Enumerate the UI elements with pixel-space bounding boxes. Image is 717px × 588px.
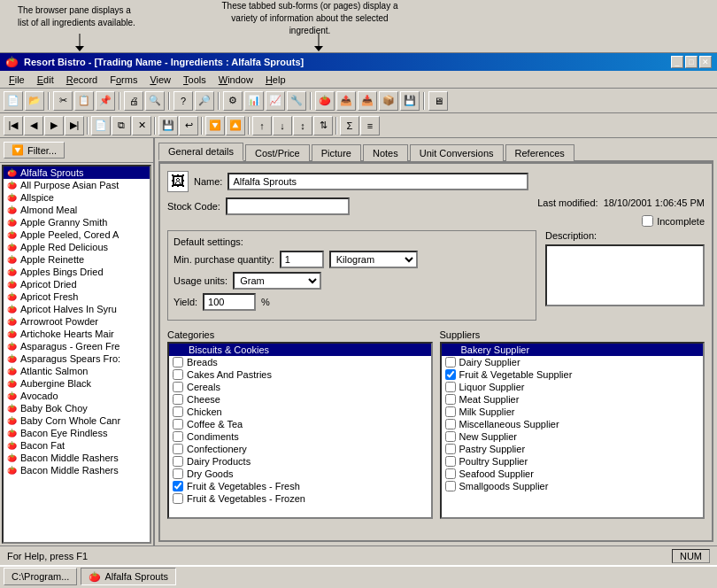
supplier-item[interactable]: Fruit & Vegetable Supplier xyxy=(442,368,704,381)
tab-unit-conversions[interactable]: Unit Conversions xyxy=(410,144,504,161)
category-checkbox[interactable] xyxy=(173,444,183,454)
category-checkbox[interactable] xyxy=(173,357,183,368)
ingredient-item[interactable]: 🍅Aubergine Black xyxy=(4,377,150,390)
incomplete-checkbox[interactable] xyxy=(642,215,653,227)
supplier-checkbox[interactable] xyxy=(445,444,456,454)
tab-cost/price[interactable]: Cost/Price xyxy=(245,144,310,161)
nav-play[interactable]: ▶ xyxy=(44,116,64,135)
category-checkbox[interactable] xyxy=(173,468,183,479)
categories-list[interactable]: Biscuits & CookiesBreadsCakes And Pastri… xyxy=(167,342,433,519)
supplier-checkbox[interactable] xyxy=(445,406,456,417)
supplier-item[interactable]: New Supplier xyxy=(442,430,704,443)
nav-new[interactable]: 📄 xyxy=(91,116,111,135)
nav-sort1[interactable]: ↑ xyxy=(252,116,272,135)
filter-button[interactable]: 🔽 Filter... xyxy=(4,142,65,159)
search-btn[interactable]: 🔎 xyxy=(195,91,214,111)
ingredient-item[interactable]: 🍅Alfalfa Sprouts xyxy=(4,166,150,179)
name-input[interactable] xyxy=(227,173,528,190)
nav-sort4[interactable]: ⇅ xyxy=(313,116,333,135)
ingredient-item[interactable]: 🍅Artichoke Hearts Mair xyxy=(4,328,150,340)
nav-save[interactable]: 💾 xyxy=(158,116,178,135)
menu-record[interactable]: Record xyxy=(61,73,103,87)
category-checkbox[interactable] xyxy=(173,394,183,405)
ingredient-item[interactable]: 🍅Apricot Dried xyxy=(4,278,150,290)
min-purchase-unit-select[interactable]: KilogramGramLitreEach xyxy=(329,251,418,268)
min-purchase-input[interactable] xyxy=(280,251,324,268)
supplier-checkbox[interactable] xyxy=(445,357,456,368)
nav-first[interactable]: |◀ xyxy=(4,116,23,135)
category-item[interactable]: Dry Goods xyxy=(169,468,431,480)
category-checkbox[interactable] xyxy=(173,431,183,442)
category-item[interactable]: Confectionery xyxy=(169,443,431,455)
print-btn[interactable]: 🖨 xyxy=(124,91,143,111)
help-btn[interactable]: ? xyxy=(173,91,193,111)
nav-calc[interactable]: ≡ xyxy=(360,116,380,135)
ingredient-list[interactable]: 🍅Alfalfa Sprouts🍅All Purpose Asian Past🍅… xyxy=(2,165,151,544)
ingredient-item[interactable]: 🍅Bacon Fat xyxy=(4,439,150,452)
supplier-checkbox[interactable] xyxy=(445,419,456,429)
cut-btn[interactable]: ✂ xyxy=(53,91,73,111)
supplier-item[interactable]: Milk Supplier xyxy=(442,406,704,418)
stock-code-input[interactable] xyxy=(226,197,350,215)
supplier-item[interactable]: Pastry Supplier xyxy=(442,443,704,455)
ingredient-item[interactable]: 🍅Bacon Middle Rashers xyxy=(4,464,150,476)
tb11[interactable]: 📥 xyxy=(358,91,377,111)
ingredient-item[interactable]: 🍅Baby Bok Choy xyxy=(4,402,150,414)
usage-units-select[interactable]: GramKilogramLitreEach xyxy=(233,272,321,290)
supplier-checkbox[interactable] xyxy=(445,369,456,380)
category-item[interactable]: Cakes And Pastries xyxy=(169,368,431,381)
ingredient-item[interactable]: 🍅Bacon Middle Rashers xyxy=(4,452,150,464)
ingredient-item[interactable]: 🍅Arrowroot Powder xyxy=(4,315,150,328)
menu-help[interactable]: Help xyxy=(260,73,291,87)
ingredient-item[interactable]: 🍅Apricot Halves In Syru xyxy=(4,303,150,315)
supplier-checkbox[interactable] xyxy=(445,394,456,405)
menu-file[interactable]: File xyxy=(4,73,30,87)
nav-last[interactable]: ▶| xyxy=(65,116,84,135)
supplier-item[interactable]: Miscellaneous Supplier xyxy=(442,418,704,430)
tab-picture[interactable]: Picture xyxy=(312,144,361,161)
tb7[interactable]: 📈 xyxy=(266,91,285,111)
tab-notes[interactable]: Notes xyxy=(363,144,408,161)
nav-del[interactable]: ✕ xyxy=(132,116,151,135)
tb9[interactable]: 🍅 xyxy=(315,91,335,111)
supplier-checkbox[interactable] xyxy=(445,481,456,491)
yield-input[interactable] xyxy=(203,293,256,311)
ingredient-item[interactable]: 🍅Apple Granny Smith xyxy=(4,216,150,228)
nav-revert[interactable]: ↩ xyxy=(179,116,198,135)
supplier-checkbox[interactable] xyxy=(445,431,456,442)
supplier-item[interactable]: Poultry Supplier xyxy=(442,455,704,468)
ingredient-item[interactable]: 🍅Almond Meal xyxy=(4,204,150,216)
paste-btn[interactable]: 📌 xyxy=(96,91,115,111)
supplier-item[interactable]: Smallgoods Supplier xyxy=(442,480,704,492)
supplier-item[interactable]: Dairy Supplier xyxy=(442,356,704,368)
nav-sort3[interactable]: ↕ xyxy=(293,116,312,135)
nav-sort2[interactable]: ↓ xyxy=(273,116,292,135)
ingredient-item[interactable]: 🍅Apple Red Delicious xyxy=(4,241,150,253)
category-checkbox[interactable] xyxy=(173,456,183,467)
category-checkbox[interactable] xyxy=(173,481,183,491)
category-item[interactable]: Coffee & Tea xyxy=(169,418,431,430)
close-button[interactable]: ✕ xyxy=(699,56,712,68)
category-checkbox[interactable] xyxy=(173,369,183,380)
category-item[interactable]: Chicken xyxy=(169,406,431,418)
supplier-checkbox[interactable] xyxy=(445,468,456,479)
menu-edit[interactable]: Edit xyxy=(32,73,59,87)
suppliers-list[interactable]: Bakery SupplierDairy SupplierFruit & Veg… xyxy=(440,342,705,519)
minimize-button[interactable]: _ xyxy=(671,56,683,68)
nav-prev[interactable]: ◀ xyxy=(24,116,43,135)
menu-view[interactable]: View xyxy=(144,73,176,87)
menu-forms[interactable]: Forms xyxy=(104,73,143,87)
menu-window[interactable]: Window xyxy=(213,73,258,87)
category-checkbox[interactable] xyxy=(173,382,183,392)
ingredient-item[interactable]: 🍅All Purpose Asian Past xyxy=(4,179,150,191)
nav-sum[interactable]: Σ xyxy=(340,116,359,135)
supplier-item[interactable]: Seafood Supplier xyxy=(442,468,704,480)
nav-dup[interactable]: ⧉ xyxy=(112,116,131,135)
category-item[interactable]: Fruit & Vegetables - Fresh xyxy=(169,480,431,492)
maximize-button[interactable]: □ xyxy=(685,56,698,68)
supplier-item[interactable]: Meat Supplier xyxy=(442,393,704,406)
tb13[interactable]: 💾 xyxy=(400,91,420,111)
ingredient-item[interactable]: 🍅Apricot Fresh xyxy=(4,290,150,303)
taskbar-ingredient[interactable]: 🍅 Alfalfa Sprouts xyxy=(81,568,176,585)
open-btn[interactable]: 📂 xyxy=(25,91,44,111)
